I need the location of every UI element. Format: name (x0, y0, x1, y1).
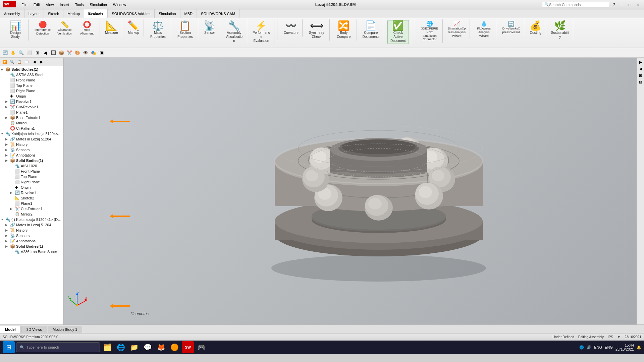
btn-mass-properties[interactable]: ⚖️ Mass Properties (147, 20, 169, 40)
apply-appearance-button[interactable]: 🎭 (90, 49, 97, 57)
section-view-button[interactable]: ✂️ (66, 49, 73, 57)
tree-item[interactable]: ⬜ Right Plane (0, 88, 63, 94)
taskbar-app-sw[interactable]: SW (182, 341, 194, 353)
btn-costing[interactable]: 💰 Costing (528, 20, 544, 36)
tree-item[interactable]: ▶ 📦 Solid Bodies(1) (0, 158, 63, 163)
menu-edit[interactable]: Edit (31, 2, 43, 7)
tree-item[interactable]: ⬜ Front Plane (0, 77, 63, 83)
right-panel-btn-1[interactable]: ▶ (638, 59, 644, 65)
rotate-view-button[interactable]: 🔄 (1, 49, 9, 57)
tree-item[interactable]: ▶ 🔄 Revolve1 (0, 190, 63, 195)
btn-check-active-document[interactable]: ✅ Check Active Document (387, 20, 409, 44)
btn-markup[interactable]: ✏️ Markup (125, 20, 142, 36)
tree-nav-next[interactable]: ▶ (38, 58, 45, 65)
tab-solidworks-cam[interactable]: SOLIDWORKS CAM (197, 9, 239, 18)
btn-compare-documents[interactable]: 📄 Compare Documents (360, 20, 382, 40)
3d-view-button[interactable]: 🔲 (50, 49, 57, 57)
tree-item[interactable]: ▶ 📝 Annotations (0, 153, 63, 158)
tab-layout[interactable]: Layout (24, 9, 44, 18)
tree-item[interactable]: ▶ 📜 History (0, 142, 63, 147)
right-panel-btn-2[interactable]: ◀ (638, 66, 644, 72)
menu-view[interactable]: View (43, 2, 57, 7)
tab-model[interactable]: Model (0, 326, 21, 333)
tree-item[interactable]: ▶ 🔄 Revolve1 (0, 99, 63, 104)
tree-item[interactable]: ✚ Origin (0, 185, 63, 190)
taskbar-search[interactable]: 🔍 Type here to search (16, 342, 100, 352)
maximize-button[interactable]: □ (627, 1, 633, 8)
menu-simulation[interactable]: Simulation (87, 2, 110, 7)
zoom-fit-button[interactable]: ⊞ (34, 49, 41, 57)
tree-item[interactable]: ▶ 📦 Solid Bodies(1) (0, 244, 63, 249)
tree-item[interactable]: ⭕ CirPattern1 (0, 126, 63, 131)
taskbar-app-explorer[interactable]: 🗂️ (101, 341, 113, 353)
btn-interference-detection[interactable]: 🔴 Interference Detection (32, 20, 53, 37)
display-pane-button[interactable]: ▣ (98, 49, 105, 57)
menu-file[interactable]: File (19, 2, 30, 7)
btn-curvature[interactable]: 〰️ Curvature (282, 20, 300, 36)
close-button[interactable]: ✕ (635, 1, 641, 8)
btn-3dexperience[interactable]: 🌐 3DEXPERIENCE Simulation Connector (419, 20, 440, 42)
tree-item[interactable]: 📐 Sketch2 (0, 195, 63, 201)
tree-item[interactable]: 🔩 A286 Iron Base Superalloy (0, 249, 63, 254)
tree-item[interactable]: ▶ 📦 Solid Bodies(1) (0, 67, 63, 72)
tree-item[interactable]: ⬜ Front Plane (0, 169, 63, 174)
tree-item[interactable]: ▼ 🔩 (-) Kolut lezaja 51204<1> (Default (0, 217, 63, 222)
taskbar-app-firefox[interactable]: 🦊 (155, 341, 167, 353)
btn-performance-evaluation[interactable]: ⚡ Performance Evaluation (251, 20, 272, 44)
tree-item[interactable]: ⬜ Top Plane (0, 174, 63, 179)
viewport[interactable]: Z X Y *Isometric (64, 58, 637, 324)
tree-item[interactable]: ⬜ Right Plane (0, 179, 63, 185)
search-box[interactable]: 🔍 (542, 2, 609, 7)
taskbar-app-mail[interactable]: 📁 (128, 341, 140, 353)
tree-nav-prev[interactable]: ◀ (31, 58, 38, 65)
tree-item[interactable]: ▶ 🔗 Mates in Lezaj 51204 (0, 222, 63, 228)
previous-view-button[interactable]: ◀ (42, 49, 49, 57)
btn-symmetry-check[interactable]: ⟺ Symmetry Check (306, 20, 327, 40)
menu-insert[interactable]: Insert (57, 2, 72, 7)
tree-item[interactable]: ⬜ Plane1 (0, 110, 63, 115)
taskbar-app-teams[interactable]: 💬 (142, 341, 154, 353)
tab-sketch[interactable]: Sketch (44, 9, 64, 18)
btn-design-study[interactable]: 📊 Design Study (5, 20, 26, 40)
right-panel-btn-3[interactable]: ⊞ (638, 72, 644, 78)
btn-sensor[interactable]: 📡 Sensor (202, 20, 218, 36)
menu-tools[interactable]: Tools (72, 2, 87, 7)
btn-measure[interactable]: 📐 Measure (103, 20, 120, 36)
tab-motion-study[interactable]: Motion Study 1 (48, 326, 82, 333)
btn-hole-alignment[interactable]: ⭕ Hole Alignment (76, 20, 98, 37)
tree-item[interactable]: 🪞 Mirror1 (0, 120, 63, 126)
tree-item[interactable]: ▶ 📡 Sensors (0, 147, 63, 153)
menu-window[interactable]: Window (110, 2, 129, 7)
tree-search-button[interactable]: 🔍 (9, 58, 15, 65)
tree-item[interactable]: ▶ 📝 Annotations (0, 238, 63, 244)
zoom-window-button[interactable]: ⬜ (25, 49, 33, 57)
taskbar-app-chrome[interactable]: 🟠 (168, 341, 180, 353)
btn-section-properties[interactable]: 📋 Section Properties (174, 20, 196, 40)
tree-item[interactable]: ▼ 🔩 Kotrljajno telo lezaja 51204<1> (D (0, 131, 63, 136)
tab-3d-views[interactable]: 3D Views (21, 326, 47, 333)
status-units[interactable]: IPS (608, 335, 613, 339)
status-units-dropdown[interactable]: ▼ (617, 335, 621, 339)
tree-collapse-button[interactable]: 📋 (16, 58, 23, 65)
taskbar-app-misc[interactable]: 🎮 (195, 341, 207, 353)
btn-clearance-verification[interactable]: 📏 Clearance Verification (54, 20, 75, 37)
tab-mbd[interactable]: MBD (180, 9, 197, 18)
btn-assembly-visualization[interactable]: 🔧 Assembly Visualization (223, 20, 245, 44)
tab-assembly[interactable]: Assembly (0, 9, 24, 18)
tab-addins[interactable]: SOLIDWORKS Add-Ins (108, 9, 155, 18)
tree-item[interactable]: 🔩 AISI 1020 (0, 163, 63, 169)
tree-item[interactable]: 🪞 Mirror2 (0, 212, 63, 217)
search-input[interactable] (549, 3, 603, 7)
start-button[interactable]: ⊞ (3, 341, 15, 353)
pan-button[interactable]: ✋ (9, 49, 17, 57)
tree-expand-button[interactable]: ⊞ (23, 58, 30, 65)
hide-show-button[interactable]: 👁️ (82, 49, 89, 57)
tree-item[interactable]: ▶ 📡 Sensors (0, 233, 63, 238)
tree-item[interactable]: ⬜ Plane1 (0, 201, 63, 206)
btn-floxpress[interactable]: 💧 FloXpress Analysis Wizard (473, 20, 495, 39)
taskbar-app-edge[interactable]: 🌐 (115, 341, 127, 353)
tree-item[interactable]: ▶ 📦 Boss-Extrude1 (0, 115, 63, 120)
right-panel-btn-4[interactable]: ⊟ (638, 79, 644, 85)
tab-evaluate[interactable]: Evaluate (84, 9, 108, 18)
tree-item[interactable]: ⬜ Top Plane (0, 83, 63, 88)
